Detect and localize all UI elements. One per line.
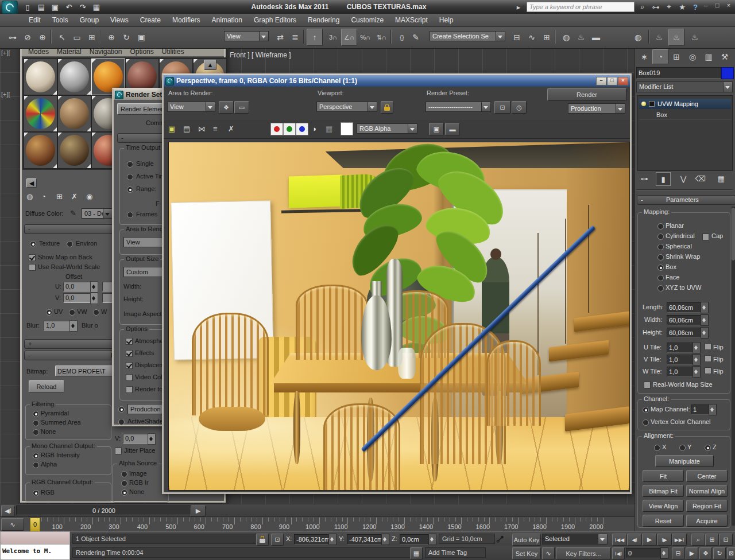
snaps-toggle-icon[interactable]: ↑ (307, 29, 323, 46)
go-to-frame-icon[interactable]: I◀I (612, 547, 625, 559)
snapshot-icon[interactable]: ⊡ (494, 101, 510, 114)
layers-icon[interactable]: ⊟ (509, 29, 525, 46)
set-key-button[interactable]: Set Key (512, 547, 541, 559)
v-offset-spinner[interactable] (90, 293, 98, 304)
vw-radio[interactable] (69, 309, 75, 316)
selection-lock-button[interactable] (256, 534, 269, 546)
tab-modify[interactable]: ◔ (652, 49, 668, 64)
chevron-down-icon[interactable] (368, 102, 377, 112)
menu-rendering[interactable]: Rendering (302, 16, 345, 24)
box-radio[interactable] (657, 265, 664, 271)
bind-spacewarp-icon[interactable]: ⊕ (34, 29, 51, 46)
rfw-production-dropdown[interactable]: Production (568, 103, 625, 114)
new-file-icon[interactable]: ▯ (22, 2, 33, 12)
layer-view-icon[interactable]: ▣ (429, 123, 444, 135)
time-slider-handle[interactable]: 0 / 2000 (16, 505, 192, 515)
rendered-frame-teapot-icon[interactable]: ♨ (668, 29, 684, 46)
rfw-titlebar[interactable]: Perspective, frame 0, RGBA Color 16 Bits… (164, 75, 630, 87)
u-tile-field[interactable]: 1,0 (667, 343, 695, 353)
welcome-window[interactable]: Welcome to M. (0, 531, 70, 560)
save-file-icon[interactable]: ▣ (49, 2, 61, 12)
parameters-rollout[interactable]: - Parameters (637, 195, 735, 205)
material-editor-icon[interactable]: ◍ (558, 29, 574, 46)
manipulate-button[interactable]: Manipulate (655, 455, 714, 467)
pyramidal-radio[interactable] (33, 411, 39, 417)
auto-key-button[interactable]: Auto Key (512, 534, 541, 546)
next-frame-button[interactable]: I▶ (657, 534, 672, 546)
align-y-radio[interactable] (679, 445, 686, 451)
time-config-icon[interactable]: ⊟ (672, 547, 684, 559)
none-alpha-radio[interactable] (121, 489, 127, 496)
select-link-icon[interactable]: ⊶ (5, 29, 21, 46)
stack-item-box[interactable]: Box (639, 110, 731, 120)
minimize-button[interactable]: – (701, 2, 711, 10)
material-slot[interactable] (24, 132, 57, 169)
track-bar[interactable]: ∿ 0 100200300400500600700800900100011001… (0, 516, 635, 532)
z-coordinate-field[interactable]: 0,0cm (400, 534, 432, 545)
texture-radio[interactable] (30, 241, 36, 247)
panel-scrollbar[interactable] (732, 207, 735, 526)
key-filters-button[interactable]: Key Filters... (556, 547, 611, 559)
render-production-teapot-icon[interactable]: ♨ (687, 29, 703, 46)
search-input[interactable] (527, 2, 635, 12)
render-setup-icon[interactable]: ♨ (573, 29, 589, 46)
frame-zero-marker[interactable]: 0 (30, 518, 40, 532)
material-slot[interactable] (57, 95, 91, 132)
use-real-world-scale-checkbox[interactable] (29, 264, 36, 271)
modifier-list-dropdown[interactable]: Modifier List (636, 81, 733, 92)
x-coordinate-field[interactable]: -806,321cm (294, 534, 332, 545)
rendered-image[interactable] (168, 142, 630, 491)
channel-display-dropdown[interactable]: RGB Alpha (357, 123, 417, 134)
bulb-icon[interactable] (641, 102, 646, 106)
go-to-start-button[interactable]: I◀◀ (612, 534, 627, 546)
rgb-intensity-radio[interactable] (33, 453, 39, 459)
sample-type-icon[interactable]: ◍ (26, 192, 33, 201)
align-z-radio[interactable] (705, 445, 711, 451)
angle-snap-icon[interactable]: ∠∩ (341, 29, 357, 46)
xyz-to-uvw-radio[interactable] (657, 285, 664, 291)
menu-tools[interactable]: Tools (47, 16, 74, 24)
pan-icon[interactable]: ❖ (699, 547, 712, 559)
w-tile-spinner[interactable] (693, 366, 701, 378)
production-radio[interactable] (118, 406, 125, 413)
search-icon[interactable]: ⌕ (637, 2, 648, 11)
help-icon[interactable]: ? (690, 3, 701, 11)
z-spinner[interactable] (428, 534, 436, 545)
chevron-down-icon[interactable] (616, 103, 625, 114)
acquire-button[interactable]: Acquire (686, 515, 728, 527)
spinner-snap-icon[interactable]: ⇅∩ (373, 29, 389, 46)
time-back-button[interactable]: ◀I (1, 505, 15, 516)
set-key-mode-icon[interactable]: ∿ (542, 547, 555, 559)
alpha-channel-icon[interactable]: ▦ (326, 125, 332, 133)
show-map-icon[interactable]: ◉ (86, 192, 92, 201)
w-tile-field[interactable]: 1,0 (667, 367, 695, 377)
region-fit-button[interactable]: Region Fit (686, 500, 728, 512)
effects-checkbox[interactable] (126, 350, 133, 357)
chevron-down-icon[interactable] (496, 31, 505, 41)
v-offset-field[interactable]: 0,0 (63, 293, 93, 303)
material-name-dropdown[interactable]: 03 - De (82, 208, 113, 219)
width-spinner[interactable] (701, 314, 709, 326)
selection-set-dropdown[interactable]: Create Selection Se (430, 31, 505, 41)
key-icon[interactable]: ⊶ (651, 3, 661, 11)
slot-nav-left-button[interactable]: ◀ (26, 178, 37, 188)
lock-viewport-icon[interactable] (381, 101, 393, 114)
copy-image-icon[interactable]: ▤ (183, 125, 190, 133)
blur-field[interactable]: 1,0 (44, 321, 72, 330)
viewport-label[interactable]: Front ] [ Wireframe ] (230, 51, 291, 59)
close-button[interactable]: × (724, 2, 734, 10)
stack-item-uvw-mapping[interactable]: UVW Mapping (639, 99, 731, 109)
render-setup-teapot-icon[interactable]: ♨ (651, 29, 667, 46)
range-radio[interactable] (127, 186, 133, 193)
real-world-map-size-checkbox[interactable] (644, 382, 651, 388)
go-to-end-button[interactable]: ▶▶I (672, 534, 687, 546)
environment-icon[interactable]: ◷ (512, 101, 527, 114)
time-tag-icon[interactable]: ▦ (410, 547, 423, 559)
make-unique-icon[interactable]: ⋁ (676, 172, 690, 185)
configure-stack-icon[interactable]: ▦ (714, 172, 728, 185)
x-spinner[interactable] (328, 534, 336, 545)
material-slot[interactable] (57, 132, 91, 169)
menu-graph-editors[interactable]: Graph Editors (248, 16, 302, 24)
slot-scroll-up-button[interactable]: ▲ (204, 60, 216, 70)
menu-modifiers[interactable]: Modifiers (167, 16, 206, 24)
